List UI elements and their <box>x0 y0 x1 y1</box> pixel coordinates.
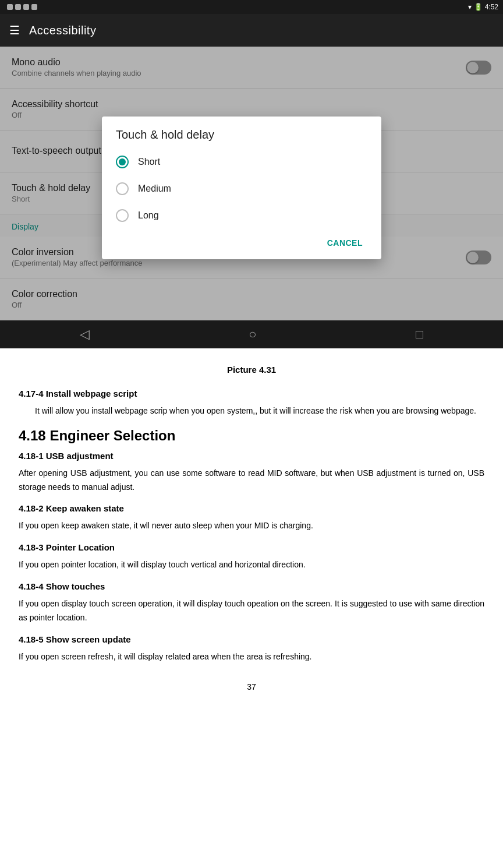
radio-short[interactable] <box>116 156 129 168</box>
section-4-18-2: 4.18-2 Keep awaken state If you open kee… <box>19 503 484 533</box>
app-bar: ☰ Accessibility <box>0 14 503 47</box>
dialog-option-medium-label: Medium <box>138 184 171 194</box>
status-bar-icons <box>5 4 37 10</box>
section-4-18-4-body: If you open display touch screen operati… <box>19 597 484 625</box>
section-4-18-1-title: 4.18-1 USB adjustment <box>19 451 484 461</box>
status-bar: ▾ 🔋 4:52 <box>0 0 503 14</box>
section-4-18-1-body: After opening USB adjustment, you can us… <box>19 467 484 495</box>
radio-long[interactable] <box>116 209 129 222</box>
battery-icon: 🔋 <box>474 3 483 11</box>
dialog-title: Touch & hold delay <box>102 117 381 149</box>
section-4-18-title: 4.18 Engineer Selection <box>19 428 484 444</box>
app-bar-title: Accessibility <box>29 24 96 37</box>
menu-icon[interactable]: ☰ <box>9 23 20 37</box>
page-number: 37 <box>19 682 484 701</box>
document-content: Picture 4.31 4.17-4 Install webpage scri… <box>0 348 503 715</box>
section-4-18: 4.18 Engineer Selection <box>19 428 484 444</box>
section-4-17-4: 4.17-4 Install webpage script It will al… <box>19 389 484 418</box>
section-4-18-5-body: If you open screen refresh, it will disp… <box>19 650 484 664</box>
section-4-18-4-title: 4.18-4 Show touches <box>19 581 484 591</box>
radio-medium[interactable] <box>116 182 129 195</box>
picture-caption: Picture 4.31 <box>19 365 484 375</box>
settings-container: Mono audio Combine channels when playing… <box>0 47 503 320</box>
notification-icon-3 <box>23 4 29 10</box>
section-4-18-1: 4.18-1 USB adjustment After opening USB … <box>19 451 484 495</box>
section-4-18-4: 4.18-4 Show touches If you open display … <box>19 581 484 625</box>
notification-icon-1 <box>7 4 13 10</box>
dialog-option-long-label: Long <box>138 210 159 221</box>
home-button[interactable]: ○ <box>249 327 256 342</box>
section-4-18-5: 4.18-5 Show screen update If you open sc… <box>19 634 484 664</box>
recents-button[interactable]: □ <box>416 327 423 342</box>
section-4-17-4-title: 4.17-4 Install webpage script <box>19 389 484 398</box>
back-button[interactable]: ◁ <box>80 327 90 342</box>
section-4-18-3-body: If you open pointer location, it will di… <box>19 558 484 572</box>
section-4-18-3-title: 4.18-3 Pointer Location <box>19 542 484 552</box>
dialog-option-short[interactable]: Short <box>102 149 381 175</box>
dialog-option-short-label: Short <box>138 157 160 167</box>
nav-bar: ◁ ○ □ <box>0 320 503 348</box>
section-4-18-2-title: 4.18-2 Keep awaken state <box>19 503 484 513</box>
notification-icon-2 <box>15 4 21 10</box>
radio-short-inner <box>119 158 126 165</box>
clock: 4:52 <box>485 3 498 11</box>
dialog-option-medium[interactable]: Medium <box>102 175 381 202</box>
notification-icon-4 <box>31 4 37 10</box>
dialog-actions: CANCEL <box>102 229 381 259</box>
dialog-cancel-button[interactable]: CANCEL <box>318 234 372 252</box>
dialog-option-long[interactable]: Long <box>102 202 381 229</box>
wifi-icon: ▾ <box>468 3 472 11</box>
touch-hold-delay-dialog: Touch & hold delay Short Medium Long CAN… <box>102 117 381 259</box>
section-4-17-4-body: It will allow you install webpage scrip … <box>19 404 484 418</box>
section-4-18-5-title: 4.18-5 Show screen update <box>19 634 484 644</box>
section-4-18-2-body: If you open keep awaken state, it wll ne… <box>19 519 484 533</box>
section-4-18-3: 4.18-3 Pointer Location If you open poin… <box>19 542 484 572</box>
